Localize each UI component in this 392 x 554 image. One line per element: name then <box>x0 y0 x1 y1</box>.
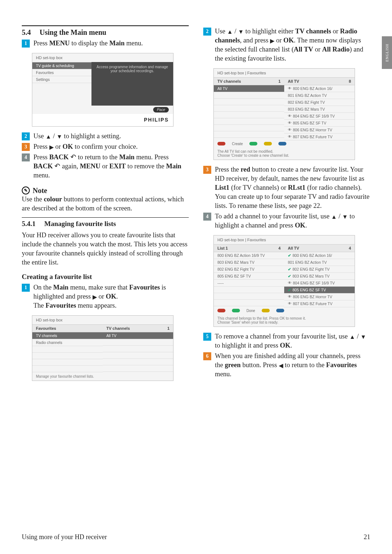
text: 807 ENG BZ Future TV <box>293 301 332 306</box>
step-badge-4: 4 <box>203 213 211 221</box>
color-buttons: Create <box>214 140 355 147</box>
list-item <box>32 346 103 353</box>
eye-icon: 👁 <box>288 128 291 132</box>
back-icon: ↶ <box>69 153 78 161</box>
list-item <box>103 352 173 359</box>
create-step-5-body: To remove a channel from your favourite … <box>215 332 370 350</box>
section-title: Using the Main menu <box>40 28 106 36</box>
green-pill-icon <box>249 142 257 145</box>
text: Use <box>33 132 45 140</box>
create-step-1: 1 On the Main menu, make sure that Favou… <box>22 283 189 310</box>
count: 1 <box>278 79 281 83</box>
left-icon: ◀ <box>279 363 283 369</box>
text: . <box>290 342 292 349</box>
text: to highlight either <box>244 28 295 35</box>
step-badge-5: 5 <box>203 333 211 341</box>
text: menu. <box>124 40 143 47</box>
text: (for TV channels) or <box>229 184 288 191</box>
text: to display the <box>70 40 109 47</box>
list-item: 800 ENG BZ Action 16/9 TV <box>214 252 284 259</box>
create-step-6: 6 When you are finished adding all your … <box>203 352 370 379</box>
list-item: ✔ 803 ENG BZ Mars TV <box>284 273 355 280</box>
step-badge-3: 3 <box>203 166 211 174</box>
text: OK <box>283 37 294 44</box>
text: All TV <box>294 46 313 53</box>
text: / <box>233 28 238 35</box>
list-item: 👁 804 ENG BZ SF 16/9 TV <box>284 280 355 287</box>
count: 4 <box>349 246 351 250</box>
text: OK <box>295 222 305 229</box>
text: BACK <box>49 153 69 161</box>
screenshot-add-channel: HD set-top box | Favourites List 14 800 … <box>213 235 355 327</box>
yellow-pill-icon <box>264 142 272 145</box>
list-item: 803 ENG BZ Mars TV <box>214 259 284 266</box>
right-icon: ▶ <box>49 144 54 150</box>
pane-header: Favourites <box>36 326 56 331</box>
text: BACK <box>33 163 53 170</box>
text: to highlight a setting. <box>62 132 121 140</box>
hint-text: Manage your favourite channel lists. <box>32 372 173 381</box>
text: 802 ENG BZ Fight TV <box>293 267 330 271</box>
text: or <box>274 37 283 44</box>
text: , and press <box>240 37 270 44</box>
list-item: 801 ENG BZ Action TV <box>284 259 355 266</box>
text: TV channels <box>295 28 331 35</box>
creating-list-heading: Creating a favourite list <box>22 273 189 281</box>
up-icon: ▲ <box>331 214 337 220</box>
color-buttons: Done <box>214 307 355 314</box>
pane-header: TV channels <box>217 79 241 83</box>
count: 1 <box>167 326 170 331</box>
back-icon: ↶ <box>53 163 62 170</box>
create-step-2: 2 Use ▲ / ▼ to highlight either TV chann… <box>203 27 370 63</box>
up-icon: ▲ <box>350 334 355 340</box>
list-item: 802 ENG BZ Fight TV <box>284 99 355 106</box>
text: 803 ENG BZ Mars TV <box>293 274 330 278</box>
channel-rows: ✔ 800 ENG BZ Action 16/801 ENG BZ Action… <box>284 252 355 307</box>
right-icon: ▶ <box>93 294 97 300</box>
create-label: Create <box>232 142 243 146</box>
text: EXIT <box>109 163 126 170</box>
right-column: 2 Use ▲ / ▼ to highlight either TV chann… <box>203 25 370 386</box>
screenshot-favourites-menu: HD set-top box Favourites TV channels Ra… <box>32 315 173 381</box>
text: All Radio <box>322 46 350 53</box>
list-item <box>214 92 284 99</box>
breadcrumb: HD set-top box <box>32 316 173 324</box>
list-item <box>214 118 284 125</box>
right-icon: ▶ <box>270 38 274 44</box>
eye-icon: 👁 <box>288 114 291 118</box>
text: RLst1 <box>288 184 305 191</box>
eye-icon: 👁 <box>288 301 291 305</box>
step-badge-4: 4 <box>22 153 30 161</box>
text: to highlight it and press <box>215 342 280 349</box>
create-step-3: 3 Press the red button to create a new f… <box>203 165 370 210</box>
text: Press the <box>215 166 241 173</box>
list-item <box>103 359 173 365</box>
text: / <box>337 213 342 220</box>
pane-header: TV channels <box>106 326 130 331</box>
text: menu, make sure that <box>69 284 129 291</box>
text: Main <box>166 163 181 170</box>
text: Favourites <box>45 302 76 309</box>
menu-item: Favourites <box>32 69 91 76</box>
step-1-body: Press MENU to display the Main menu. <box>33 39 189 48</box>
check-icon: ✔ <box>288 274 291 278</box>
text: Press <box>33 153 49 161</box>
text: OK <box>106 293 117 300</box>
text: red <box>241 166 250 173</box>
pane-header: All TV <box>288 79 299 83</box>
list-item: 804 ENG BZ SF 16/9 TV <box>293 114 335 118</box>
eye-icon: 👁 <box>288 281 291 285</box>
menu-item: TV guide & scheduling <box>32 62 91 69</box>
step-1: 1 Press MENU to display the Main menu. <box>22 39 189 48</box>
note-heading: ✎ Note <box>22 186 189 195</box>
text: Use <box>215 28 227 35</box>
text: or <box>97 293 106 300</box>
section-5-4-1-heading: 5.4.1Managing favourite lists <box>22 217 189 228</box>
text: button. Press <box>241 361 279 369</box>
hint-text: The All TV list can not be modified.Choo… <box>214 147 355 160</box>
create-step-1-body: On the Main menu, make sure that Favouri… <box>33 283 189 310</box>
create-step-4-body: To add a channel to your favourite list,… <box>215 212 370 230</box>
list-item <box>32 366 103 372</box>
text: or <box>331 28 340 35</box>
list-item: 👁 806 ENG BZ Horror TV <box>284 294 355 300</box>
